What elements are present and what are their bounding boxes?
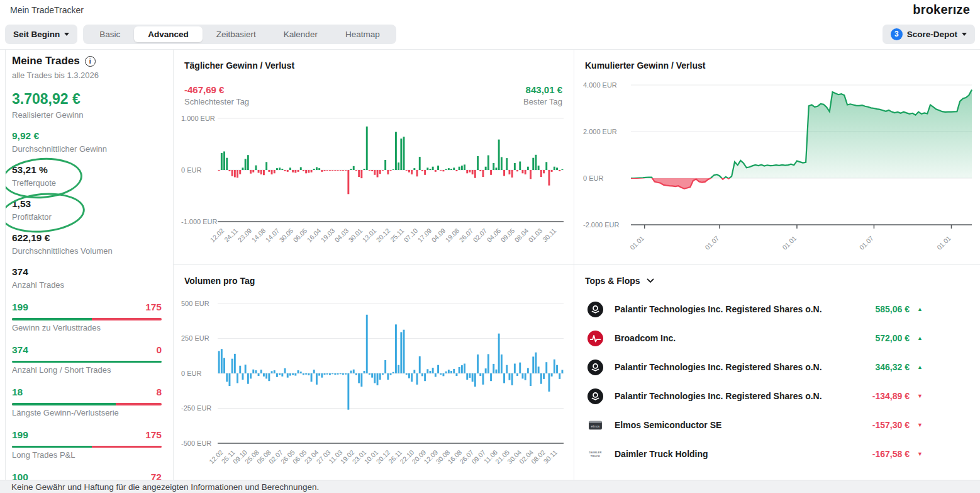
svg-text:25.11: 25.11 (389, 227, 406, 244)
svg-text:-1.000 EUR: -1.000 EUR (181, 218, 218, 225)
toolbar: Seit Beginn BasicAdvancedZeitbasiertKale… (0, 23, 980, 45)
svg-text:-250 EUR: -250 EUR (181, 404, 211, 412)
svg-text:14.07: 14.07 (264, 227, 281, 244)
worst-day-value: -467,69 € (184, 84, 249, 95)
svg-text:13.01: 13.01 (360, 227, 377, 244)
ratio-right-value: 8 (156, 387, 162, 398)
ratio-left-value: 199 (12, 302, 28, 313)
svg-text:14.08: 14.08 (250, 227, 267, 244)
ratio-bar (12, 318, 162, 320)
best-day-stat: 843,01 € Bester Tag (523, 84, 562, 106)
arrow-up-icon: ▲ (917, 335, 925, 341)
stat-value: 53,21 % (12, 164, 162, 176)
sidebar-subtitle: alle Trades bis 1.3.2026 (12, 71, 173, 80)
tops-flops-row[interactable]: Palantir Technologies Inc. Registered Sh… (585, 295, 980, 324)
chevron-down-icon (962, 33, 967, 36)
info-icon[interactable]: i (85, 56, 96, 67)
svg-text:01.01: 01.01 (628, 234, 645, 251)
pnl-value: 572,00 € (876, 333, 910, 343)
tops-flops-row[interactable]: DAIMLERTRUCKDaimler Truck Holding-167,58… (585, 439, 980, 468)
depot-score-badge-icon: 3 (891, 28, 903, 40)
instrument-name: Broadcom Inc. (615, 333, 876, 343)
date-range-button[interactable]: Seit Beginn (5, 25, 77, 44)
svg-text:01.07: 01.07 (703, 234, 720, 251)
tops-flops-row[interactable]: elmosElmos Semiconductor SE-157,30 €▼ (585, 411, 980, 439)
best-day-value: 843,01 € (523, 84, 562, 95)
svg-text:01.01: 01.01 (935, 234, 952, 251)
svg-text:TRUCK: TRUCK (591, 454, 600, 457)
svg-text:20.12: 20.12 (374, 227, 391, 244)
svg-text:12.02: 12.02 (208, 227, 225, 244)
svg-text:01.01: 01.01 (781, 234, 798, 251)
svg-text:17.09: 17.09 (416, 227, 433, 244)
svg-text:16.04: 16.04 (305, 227, 322, 244)
daimler-truck-logo-icon: DAIMLERTRUCK (587, 446, 603, 462)
tab-zeitbasiert[interactable]: Zeitbasiert (203, 26, 270, 42)
svg-text:0 EUR: 0 EUR (583, 174, 603, 182)
svg-text:19.03: 19.03 (319, 227, 336, 244)
svg-text:04.03: 04.03 (333, 227, 350, 244)
pnl-value: 585,06 € (876, 304, 910, 314)
tops-flops-row[interactable]: Broadcom Inc.572,00 €▲ (585, 324, 980, 353)
ratio-left-value: 18 (12, 387, 23, 398)
svg-text:24.11: 24.11 (223, 227, 240, 244)
cumulative-pnl-panel: Kumulierter Gewinn / Verlust 4.000 EUR2.… (574, 50, 980, 264)
stat-label: Profitfaktor (12, 212, 162, 222)
stats-sidebar: Meine Trades i alle Trades bis 1.3.2026 … (6, 50, 173, 480)
pnl-value: -157,30 € (872, 420, 910, 430)
chevron-down-icon (647, 278, 654, 283)
tab-basic[interactable]: Basic (86, 26, 134, 42)
tops-flops-row[interactable]: Palantir Technologies Inc. Registered Sh… (585, 382, 980, 411)
svg-text:08.04: 08.04 (513, 227, 530, 244)
tops-flops-row[interactable]: Palantir Technologies Inc. Registered Sh… (585, 353, 980, 382)
stat: 3.708,92 €Realisierter Gewinn (12, 91, 162, 120)
depot-label: Score-Depot (907, 30, 957, 39)
tab-kalender[interactable]: Kalender (270, 26, 331, 42)
tops-flops-title: Tops & Flops (585, 276, 640, 286)
svg-text:09.05: 09.05 (499, 227, 516, 244)
svg-text:26.07: 26.07 (457, 227, 474, 244)
tab-advanced[interactable]: Advanced (134, 26, 203, 42)
instrument-name: Palantir Technologies Inc. Registered Sh… (615, 304, 876, 314)
stat-list: 3.708,92 €Realisierter Gewinn9,92 €Durch… (12, 91, 173, 290)
ratio-stat: 199175Gewinn zu Verlusttrades (12, 302, 162, 332)
arrow-down-icon: ▼ (917, 393, 925, 399)
stat: 374Anzahl Trades (12, 266, 162, 290)
disclaimer-footer: Keine Gewähr und Haftung für die angezei… (0, 480, 980, 493)
svg-text:2.000 EUR: 2.000 EUR (583, 128, 617, 135)
stat-value: 9,92 € (12, 130, 162, 142)
volume-panel: Volumen pro Tag 500 EUR250 EUR0 EUR-250 … (174, 265, 574, 480)
tops-flops-panel: Tops & Flops Palantir Technologies Inc. … (574, 265, 980, 480)
broadcom-logo-icon (587, 331, 603, 346)
app-header: Mein TradeTracker brokerıze (0, 0, 980, 21)
instrument-name: Palantir Technologies Inc. Registered Sh… (615, 362, 876, 372)
worst-day-label: Schlechtester Tag (184, 97, 249, 106)
ratio-bar (12, 403, 162, 405)
svg-text:elmos: elmos (591, 424, 600, 428)
stat: 53,21 %Trefferquote (12, 164, 162, 188)
svg-text:0 EUR: 0 EUR (181, 370, 201, 377)
palantir-logo-icon (587, 388, 603, 404)
daily-pnl-chart: 1.000 EUR0 EUR-1.000 EUR12.0224.1123.091… (179, 110, 569, 261)
cumulative-pnl-chart: 4.000 EUR2.000 EUR0 EUR-2.000 EUR01.0101… (581, 70, 977, 262)
cumulative-panel-title: Kumulierter Gewinn / Verlust (585, 60, 980, 71)
svg-text:01.07: 01.07 (858, 234, 875, 251)
ratio-right-value: 0 (156, 344, 162, 356)
disclaimer-text: Keine Gewähr und Haftung für die angezei… (11, 482, 319, 492)
depot-selector-button[interactable]: 3 Score-Depot (883, 25, 975, 44)
ratio-right-value: 72 (151, 472, 162, 480)
svg-text:250 EUR: 250 EUR (181, 334, 209, 342)
volume-chart: 500 EUR250 EUR0 EUR-250 EUR-500 EUR12.02… (179, 290, 569, 482)
svg-text:30.11: 30.11 (542, 448, 559, 465)
arrow-down-icon: ▼ (917, 422, 925, 428)
arrow-down-icon: ▼ (917, 451, 925, 457)
tops-flops-header[interactable]: Tops & Flops (585, 276, 980, 286)
svg-text:1.000 EUR: 1.000 EUR (181, 115, 215, 122)
volume-panel-title: Volumen pro Tag (184, 276, 574, 286)
svg-text:23.09: 23.09 (236, 227, 253, 244)
svg-text:4.000 EUR: 4.000 EUR (583, 81, 617, 89)
tab-heatmap[interactable]: Heatmap (331, 26, 394, 42)
tops-flops-list: Palantir Technologies Inc. Registered Sh… (585, 295, 980, 468)
stat-label: Durchschnittlicher Gewinn (12, 144, 162, 154)
best-day-label: Bester Tag (523, 97, 562, 106)
